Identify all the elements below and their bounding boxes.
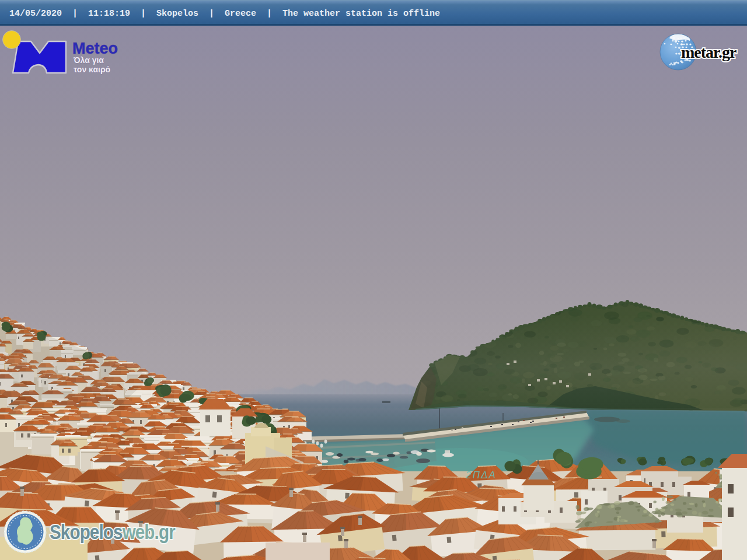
svg-text:metar.gr: metar.gr [681, 43, 736, 61]
svg-text:Skopelosweb.gr: Skopelosweb.gr [50, 520, 176, 543]
svg-text:14/05/2020 | 11:18:19 | Sk: 14/05/2020 | 11:18:19 | Skopelos | Greec… [9, 9, 440, 19]
svg-text:Meteo: Meteo [72, 40, 118, 57]
svg-text:Όλα για: Όλα για [73, 55, 104, 65]
svg-text:τον καιρό: τον καιρό [74, 65, 110, 74]
